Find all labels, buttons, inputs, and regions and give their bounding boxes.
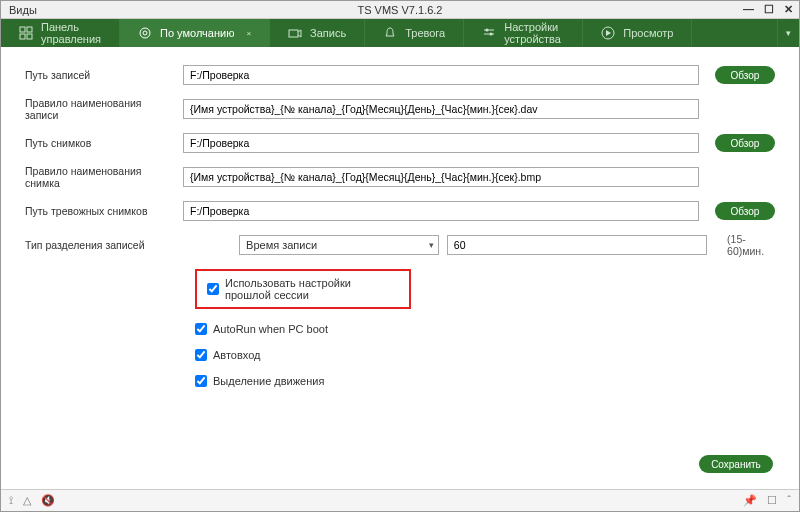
- close-button[interactable]: ✕: [784, 3, 793, 16]
- motion-checkbox[interactable]: [195, 375, 207, 387]
- gear-icon: [138, 26, 152, 40]
- nav-preview[interactable]: Просмотр: [583, 19, 692, 47]
- snapshot-path-input[interactable]: [183, 133, 699, 153]
- nav-alarm[interactable]: Тревога: [365, 19, 464, 47]
- checkbox-label: AutoRun when PC boot: [213, 323, 328, 335]
- autorun-checkbox[interactable]: [195, 323, 207, 335]
- main-navbar: Панель управления По умолчанию × Запись …: [1, 19, 799, 47]
- settings-form: Путь записей Обзор Правило наименования …: [1, 47, 799, 387]
- antenna-icon[interactable]: ⟟: [9, 494, 13, 507]
- chevron-up-icon[interactable]: ˆ: [787, 494, 791, 507]
- svg-point-9: [486, 29, 489, 32]
- volume-icon[interactable]: 🔇: [41, 494, 55, 507]
- checkbox-label: Использовать настройки прошлой сессии: [225, 277, 399, 301]
- play-icon: [601, 26, 615, 40]
- nav-label: Панель управления: [41, 21, 101, 45]
- statusbar: ⟟ △ 🔇 📌 ☐ ˆ: [1, 489, 799, 511]
- split-type-label: Тип разделения записей: [25, 239, 154, 251]
- browse-button[interactable]: Обзор: [715, 134, 775, 152]
- chevron-down-icon: ▾: [786, 28, 791, 38]
- warning-icon[interactable]: △: [23, 494, 31, 507]
- record-path-input[interactable]: [183, 65, 699, 85]
- nav-label: Просмотр: [623, 27, 673, 39]
- split-value-input[interactable]: [447, 235, 707, 255]
- minimize-button[interactable]: —: [743, 3, 754, 16]
- svg-rect-1: [27, 27, 32, 32]
- svg-point-4: [140, 28, 150, 38]
- checkbox-label: Выделение движения: [213, 375, 324, 387]
- svg-point-5: [143, 31, 147, 35]
- checkbox-label: Автовход: [213, 349, 261, 361]
- close-icon[interactable]: ×: [246, 29, 251, 38]
- app-title: TS VMS V7.1.6.2: [358, 4, 443, 16]
- nav-label: Тревога: [405, 27, 445, 39]
- nav-label: Настройки устройства: [504, 21, 564, 45]
- window-icon[interactable]: ☐: [767, 494, 777, 507]
- nav-device-settings[interactable]: Настройки устройства: [464, 19, 583, 47]
- svg-rect-3: [27, 34, 32, 39]
- maximize-button[interactable]: ☐: [764, 3, 774, 16]
- save-button[interactable]: Сохранить: [699, 455, 773, 473]
- grid-icon: [19, 26, 33, 40]
- snapshot-rule-label: Правило наименования снимка: [25, 165, 175, 189]
- highlighted-option: Использовать настройки прошлой сессии: [195, 269, 411, 309]
- chevron-down-icon: ▾: [429, 240, 434, 250]
- snapshot-path-label: Путь снимков: [25, 137, 175, 149]
- select-value: Время записи: [246, 239, 317, 251]
- nav-default[interactable]: По умолчанию ×: [120, 19, 270, 47]
- record-rule-input[interactable]: [183, 99, 699, 119]
- nav-label: По умолчанию: [160, 27, 234, 39]
- nav-dropdown[interactable]: ▾: [777, 19, 799, 47]
- views-menu[interactable]: Виды: [1, 4, 37, 16]
- record-path-label: Путь записей: [25, 69, 175, 81]
- sliders-icon: [482, 26, 496, 40]
- svg-point-10: [490, 33, 493, 36]
- record-rule-label: Правило наименования записи: [25, 97, 175, 121]
- snapshot-rule-input[interactable]: [183, 167, 699, 187]
- split-hint: (15-60)мин.: [727, 233, 775, 257]
- camera-icon: [288, 26, 302, 40]
- nav-label: Запись: [310, 27, 346, 39]
- bell-icon: [383, 26, 397, 40]
- autologin-checkbox[interactable]: [195, 349, 207, 361]
- alarm-snapshot-path-input[interactable]: [183, 201, 699, 221]
- nav-record[interactable]: Запись: [270, 19, 365, 47]
- svg-rect-0: [20, 27, 25, 32]
- svg-rect-2: [20, 34, 25, 39]
- titlebar: Виды TS VMS V7.1.6.2 — ☐ ✕: [1, 1, 799, 19]
- alarm-snapshot-path-label: Путь тревожных снимков: [25, 205, 175, 217]
- split-type-select[interactable]: Время записи ▾: [239, 235, 439, 255]
- browse-button[interactable]: Обзор: [715, 202, 775, 220]
- svg-rect-6: [289, 30, 298, 37]
- nav-control-panel[interactable]: Панель управления: [1, 19, 120, 47]
- browse-button[interactable]: Обзор: [715, 66, 775, 84]
- pin-icon[interactable]: 📌: [743, 494, 757, 507]
- use-prev-session-checkbox[interactable]: [207, 283, 219, 295]
